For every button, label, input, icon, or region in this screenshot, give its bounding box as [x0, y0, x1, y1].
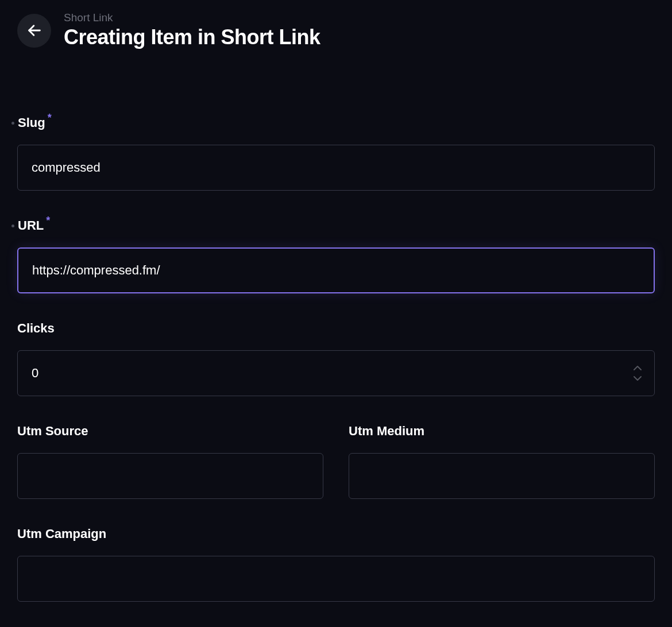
field-label-wrapper: Utm Source — [17, 424, 323, 439]
field-group-slug: Slug * — [17, 115, 655, 191]
chevron-down-icon — [633, 376, 642, 381]
page-header: Short Link Creating Item in Short Link — [0, 0, 672, 61]
field-row-utm: Utm Source Utm Medium — [17, 424, 655, 499]
arrow-left-icon — [26, 22, 43, 38]
utm-source-input[interactable] — [17, 453, 323, 499]
field-label-wrapper: Utm Campaign — [17, 527, 655, 541]
edit-indicator-dot — [11, 225, 14, 227]
url-input[interactable] — [17, 247, 655, 293]
field-group-utm-source: Utm Source — [17, 424, 323, 499]
field-label-wrapper: Utm Medium — [349, 424, 655, 439]
chevron-up-icon — [633, 365, 642, 371]
utm-source-label: Utm Source — [17, 424, 88, 439]
field-label-wrapper: Clicks — [17, 321, 655, 336]
utm-medium-input[interactable] — [349, 453, 655, 499]
field-label-wrapper: Slug * — [17, 115, 655, 130]
utm-campaign-label: Utm Campaign — [17, 527, 106, 541]
edit-indicator-dot — [11, 122, 14, 125]
form-container: Slug * URL * Clicks — [0, 61, 672, 627]
stepper-controls — [632, 364, 643, 382]
url-label: URL — [18, 218, 44, 233]
page-title: Creating Item in Short Link — [64, 25, 320, 49]
slug-input[interactable] — [17, 145, 655, 191]
clicks-label: Clicks — [17, 321, 55, 336]
utm-medium-label: Utm Medium — [349, 424, 424, 439]
field-group-utm-medium: Utm Medium — [349, 424, 655, 499]
utm-campaign-input[interactable] — [17, 556, 655, 602]
slug-label: Slug — [18, 115, 45, 130]
field-group-url: URL * — [17, 218, 655, 293]
breadcrumb: Short Link — [64, 11, 320, 24]
stepper-down-button[interactable] — [632, 374, 643, 382]
required-mark: * — [48, 112, 52, 124]
clicks-input[interactable] — [17, 350, 655, 396]
header-text: Short Link Creating Item in Short Link — [64, 11, 320, 49]
field-group-utm-campaign: Utm Campaign — [17, 527, 655, 602]
number-input-wrapper — [17, 350, 655, 396]
required-mark: * — [46, 215, 50, 227]
field-group-clicks: Clicks — [17, 321, 655, 396]
stepper-up-button[interactable] — [632, 364, 643, 372]
back-button[interactable] — [17, 14, 51, 48]
field-label-wrapper: URL * — [17, 218, 655, 233]
